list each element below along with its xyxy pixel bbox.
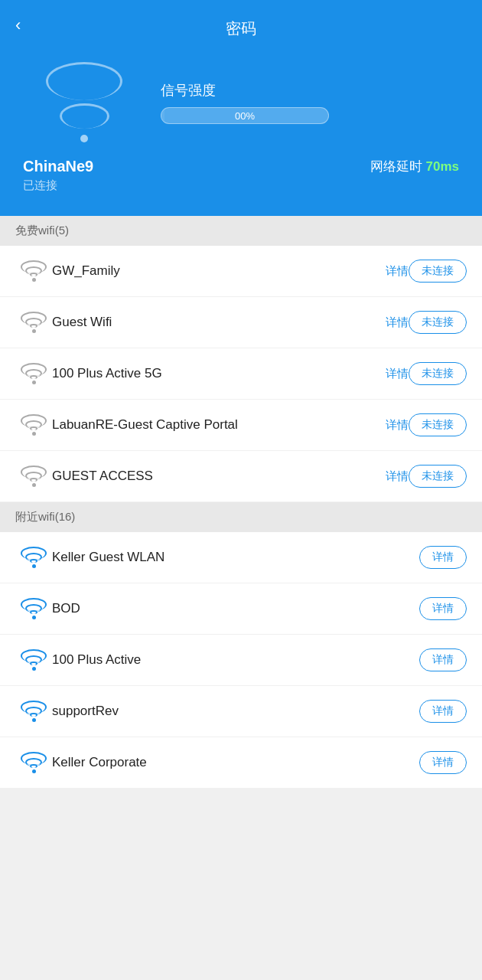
detail-button[interactable]: 详情: [419, 700, 467, 723]
wifi-ssid: Keller Corporate: [52, 755, 419, 770]
signal-percent: 00%: [235, 109, 255, 121]
wifi-icon-large: [23, 62, 145, 142]
detail-link[interactable]: 详情: [386, 315, 409, 330]
wifi-ssid: BOD: [52, 601, 419, 616]
detail-link[interactable]: 详情: [386, 367, 409, 381]
wifi-ssid: GW_Family: [52, 263, 379, 279]
wifi-icon: [15, 701, 52, 722]
table-row[interactable]: Keller Corporate详情: [0, 737, 482, 789]
connect-button[interactable]: 未连接: [409, 465, 467, 488]
detail-button[interactable]: 详情: [419, 648, 467, 671]
detail-button[interactable]: 详情: [419, 597, 467, 620]
table-row[interactable]: Keller Guest WLAN详情: [0, 532, 482, 583]
page-title: 密码: [15, 15, 467, 39]
signal-progress-fill: [161, 108, 164, 123]
table-row[interactable]: 100 Plus Active 5G详情未连接: [0, 348, 482, 400]
wifi-icon: [15, 466, 52, 487]
wifi-ssid: GUEST ACCESS: [52, 469, 379, 484]
wifi-icon: [15, 312, 52, 333]
wifi-icon: [15, 547, 52, 568]
wifi-ssid: supportRev: [52, 704, 419, 719]
signal-section: 信号强度 00%: [161, 81, 459, 124]
wifi-arc-inner: [60, 103, 109, 129]
connect-button[interactable]: 未连接: [409, 413, 467, 436]
wifi-ssid: LabuanRE-Guest Captive Portal: [52, 417, 379, 433]
signal-label: 信号强度: [161, 81, 216, 100]
wifi-arc-outer: [46, 62, 122, 100]
wifi-ssid: Keller Guest WLAN: [52, 550, 419, 565]
wifi-icon: [15, 649, 52, 671]
connected-info: 信号强度 00%: [15, 62, 467, 142]
wifi-icon: [15, 414, 52, 436]
free-wifi-list: GW_Family详情未连接Guest Wifi详情未连接100 Plus Ac…: [0, 246, 482, 502]
latency-label: 网络延时: [370, 159, 422, 174]
detail-link[interactable]: 详情: [386, 469, 409, 484]
wifi-icon: [15, 598, 52, 619]
header-section: ‹ 密码 信号强度 00% ChinaNe9 网络延时 70ms 已连接: [0, 0, 482, 216]
table-row[interactable]: 100 Plus Active详情: [0, 635, 482, 686]
detail-button[interactable]: 详情: [419, 546, 467, 569]
wifi-icon: [15, 260, 52, 282]
latency-value: 70ms: [426, 159, 459, 174]
connect-button[interactable]: 未连接: [409, 311, 467, 334]
detail-link[interactable]: 详情: [386, 418, 409, 433]
free-wifi-section-header: 免费wifi(5): [0, 216, 482, 246]
connect-button[interactable]: 未连接: [409, 362, 467, 385]
table-row[interactable]: LabuanRE-Guest Captive Portal详情未连接: [0, 400, 482, 451]
wifi-ssid: Guest Wifi: [52, 315, 379, 330]
wifi-dot: [80, 135, 88, 142]
wifi-ssid: 100 Plus Active 5G: [52, 366, 379, 381]
table-row[interactable]: BOD详情: [0, 583, 482, 635]
wifi-icon: [15, 363, 52, 384]
table-row[interactable]: GW_Family详情未连接: [0, 246, 482, 297]
connected-name-row: ChinaNe9 网络延时 70ms: [15, 158, 467, 175]
table-row[interactable]: supportRev详情: [0, 686, 482, 737]
detail-button[interactable]: 详情: [419, 751, 467, 774]
signal-progress-bar: 00%: [161, 107, 329, 124]
nearby-wifi-section-header: 附近wifi(16): [0, 502, 482, 532]
connected-ssid: ChinaNe9: [23, 158, 93, 175]
table-row[interactable]: GUEST ACCESS详情未连接: [0, 451, 482, 502]
connect-button[interactable]: 未连接: [409, 260, 467, 283]
wifi-ssid: 100 Plus Active: [52, 652, 419, 668]
table-row[interactable]: Guest Wifi详情未连接: [0, 297, 482, 348]
connected-status: 已连接: [15, 178, 467, 193]
nearby-wifi-list: Keller Guest WLAN详情BOD详情100 Plus Active详…: [0, 532, 482, 789]
back-button[interactable]: ‹: [15, 15, 21, 35]
latency-info: 网络延时 70ms: [370, 158, 459, 175]
detail-link[interactable]: 详情: [386, 264, 409, 279]
wifi-icon: [15, 752, 52, 773]
